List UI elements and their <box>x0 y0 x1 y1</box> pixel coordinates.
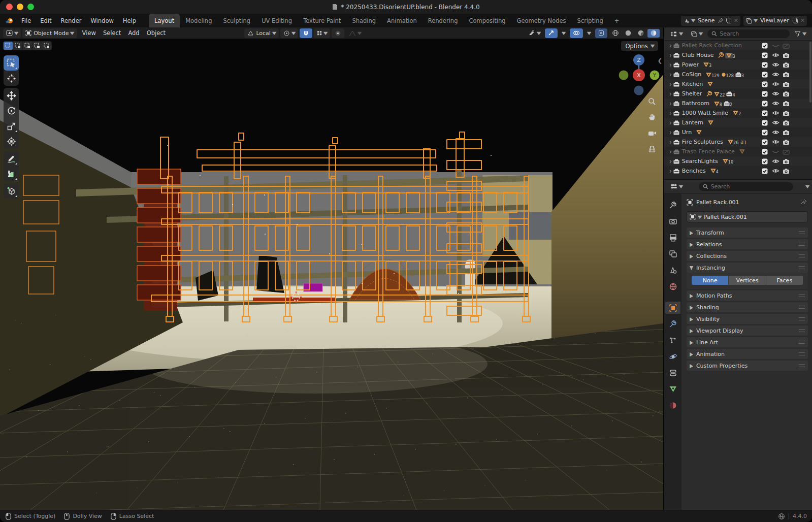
hide-viewport-eye-icon[interactable] <box>771 108 780 118</box>
exclude-checkbox[interactable] <box>760 41 769 50</box>
exclude-checkbox[interactable] <box>760 108 769 118</box>
outliner-row-bathroom[interactable]: ›Bathroom82 <box>664 99 812 108</box>
workspace-tab-rendering[interactable]: Rendering <box>423 14 464 27</box>
disclosure-icon[interactable]: › <box>669 156 672 166</box>
menu-edit[interactable]: Edit <box>36 14 56 27</box>
panel-header-animation[interactable]: ▶Animation <box>687 349 808 359</box>
properties-tab-tool[interactable] <box>665 199 680 211</box>
outliner-filter-dropdown[interactable]: ▼ <box>792 29 809 39</box>
overlays-dropdown[interactable]: ▼ <box>584 28 594 38</box>
disclosure-icon[interactable]: › <box>669 60 672 69</box>
properties-tab-render[interactable] <box>665 215 680 227</box>
panel-header-transform[interactable]: ▶Transform <box>687 227 808 238</box>
hide-viewport-eye-icon[interactable] <box>771 99 780 108</box>
menu-window[interactable]: Window <box>86 14 118 27</box>
outliner-row-lantern[interactable]: ›Lantern <box>664 118 812 127</box>
hide-viewport-eye-icon[interactable] <box>771 147 780 156</box>
gizmos-dropdown[interactable]: ▼ <box>559 28 568 38</box>
exclude-checkbox[interactable] <box>760 156 769 166</box>
workspace-tab-animation[interactable]: Animation <box>381 14 423 27</box>
instancing-option-faces[interactable]: Faces <box>766 276 803 285</box>
shading-solid-button[interactable] <box>622 29 634 38</box>
disable-render-camera-icon[interactable] <box>782 166 791 176</box>
menu-help[interactable]: Help <box>118 14 141 27</box>
disable-render-camera-icon[interactable] <box>782 50 791 60</box>
exclude-checkbox[interactable] <box>760 118 769 127</box>
disable-render-camera-icon[interactable] <box>782 147 791 156</box>
select-mode-new[interactable] <box>4 42 13 50</box>
overlays-toggle[interactable] <box>570 28 583 38</box>
disable-render-camera-icon[interactable] <box>782 79 791 89</box>
properties-options-dropdown[interactable]: ▼ <box>805 184 810 189</box>
xray-toggle[interactable] <box>595 28 607 38</box>
outliner-row-pallet-rack-collection[interactable]: ›Pallet Rack Collection <box>664 41 812 50</box>
disclosure-icon[interactable]: › <box>669 89 672 98</box>
workspace-tab-shading[interactable]: Shading <box>346 14 381 27</box>
workspace-tab-modeling[interactable]: Modeling <box>180 14 217 27</box>
scene-selector[interactable]: ▼ Scene ✕ <box>681 16 740 26</box>
unlink-scene-icon[interactable]: ✕ <box>734 17 738 24</box>
select-mode-extend[interactable] <box>13 42 22 50</box>
new-viewlayer-icon[interactable] <box>792 17 798 24</box>
properties-tab-physics[interactable] <box>665 350 680 363</box>
pin-icon[interactable] <box>718 18 724 23</box>
gizmos-toggle[interactable] <box>545 28 558 38</box>
outliner-row-1000-watt-smile[interactable]: ›1000 Watt Smile2 <box>664 108 812 118</box>
workspace-tab-compositing[interactable]: Compositing <box>463 14 511 27</box>
exclude-checkbox[interactable] <box>760 137 769 147</box>
hide-viewport-eye-icon[interactable] <box>771 89 780 99</box>
exclude-checkbox[interactable] <box>760 89 769 99</box>
disclosure-icon[interactable]: › <box>669 99 672 108</box>
perspective-toggle-button[interactable] <box>646 143 658 154</box>
disclosure-icon[interactable]: › <box>669 70 672 79</box>
exclude-checkbox[interactable] <box>760 147 769 156</box>
tool-measure[interactable] <box>4 166 19 181</box>
workspace-tab-texture-paint[interactable]: Texture Paint <box>298 14 346 27</box>
properties-tab-data[interactable] <box>665 383 680 395</box>
outliner-row-kitchen[interactable]: ›Kitchen <box>664 79 812 89</box>
shading-wireframe-button[interactable] <box>609 29 622 38</box>
tool-transform[interactable] <box>4 134 19 149</box>
workspace-tab-uv-editing[interactable]: UV Editing <box>256 14 298 27</box>
properties-tab-scene[interactable] <box>665 264 680 276</box>
minimize-window-button[interactable] <box>17 4 23 10</box>
properties-tab-constraints[interactable] <box>665 367 680 379</box>
select-mode-invert[interactable] <box>33 42 42 50</box>
hide-viewport-eye-icon[interactable] <box>771 41 780 50</box>
exclude-checkbox[interactable] <box>760 166 769 176</box>
hide-viewport-eye-icon[interactable] <box>771 79 780 89</box>
disable-render-camera-icon[interactable] <box>782 41 791 50</box>
camera-view-button[interactable] <box>646 127 658 139</box>
disclosure-icon[interactable]: › <box>669 118 672 127</box>
show-object-types-dropdown[interactable]: ▼ <box>525 28 543 38</box>
close-window-button[interactable] <box>6 4 13 10</box>
workspace-tab-scripting[interactable]: Scripting <box>572 14 609 27</box>
navigation-gizmo[interactable]: Z Y X <box>612 51 663 100</box>
tool-move[interactable] <box>4 88 19 103</box>
hide-viewport-eye-icon[interactable] <box>771 127 780 137</box>
outliner-row-shelter[interactable]: ›Shelter224 <box>664 89 812 99</box>
blender-logo-icon[interactable] <box>5 17 14 24</box>
disclosure-icon[interactable]: › <box>669 166 672 175</box>
properties-tab-world[interactable] <box>665 280 680 292</box>
new-scene-icon[interactable] <box>726 17 732 24</box>
workspace-tab-geometry-nodes[interactable]: Geometry Nodes <box>511 14 572 27</box>
panel-header-line-art[interactable]: ▶Line Art <box>687 337 808 347</box>
hide-viewport-eye-icon[interactable] <box>771 118 780 127</box>
snap-settings-dropdown[interactable]: ▼ <box>314 28 330 38</box>
hide-viewport-eye-icon[interactable] <box>771 166 780 176</box>
viewport-menu-select[interactable]: Select <box>100 29 124 37</box>
outliner-filter-id-dropdown[interactable]: ▼ <box>688 29 705 39</box>
disable-render-camera-icon[interactable] <box>782 99 791 108</box>
properties-tab-object[interactable] <box>665 302 680 314</box>
outliner-row-fire-sculptures[interactable]: ›Fire Sculptures26a1 <box>664 137 812 147</box>
disable-render-camera-icon[interactable] <box>782 127 791 137</box>
outliner-row-urn[interactable]: ›Urn <box>664 127 812 137</box>
panel-header-motion-paths[interactable]: ▶Motion Paths <box>687 290 808 301</box>
pivot-dropdown[interactable]: ▼ <box>280 28 298 38</box>
disable-render-camera-icon[interactable] <box>782 89 791 99</box>
outliner-row-power[interactable]: ›Power3 <box>664 60 812 70</box>
remove-viewlayer-icon[interactable]: ✕ <box>800 17 805 24</box>
disclosure-icon[interactable]: › <box>669 41 672 50</box>
tool-scale[interactable] <box>4 118 19 134</box>
